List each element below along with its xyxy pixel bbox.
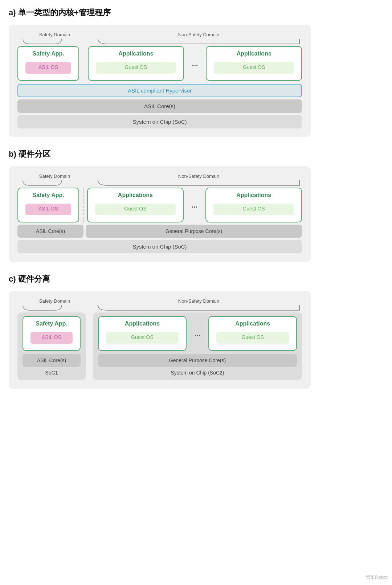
guest-os-label-a-2: Guest OS xyxy=(214,62,294,74)
domain-divider-b xyxy=(83,188,83,222)
non-safety-domain-label-c: Non-Safety Domain xyxy=(178,298,219,304)
applications-label-b-2: Applications xyxy=(206,188,301,202)
guest-os-label-a-1: Guest OS xyxy=(96,62,176,74)
dots-c: ... xyxy=(190,330,205,338)
gp-core-bar-b: General Purpose Core(s) xyxy=(86,225,302,238)
applications-label-c-2: Applications xyxy=(209,317,296,331)
safety-app-label-b: Safety App. xyxy=(18,188,78,202)
safety-app-box-c: Safety App. ASIL OS xyxy=(23,316,81,351)
guest-os-label-c-1: Guest OS xyxy=(106,332,179,344)
dots-a: ... xyxy=(188,60,203,68)
applications-label-a-2: Applications xyxy=(207,47,301,61)
non-safety-domain-label-b: Non-Safety Domain xyxy=(178,173,219,179)
soc1-box: Safety App. ASIL OS ASIL Core(s) SoC1 xyxy=(17,312,86,380)
applications-label-b-1: Applications xyxy=(88,188,183,202)
non-safety-brace-c xyxy=(95,304,302,311)
safety-app-label-c: Safety App. xyxy=(23,317,80,331)
diagram-b: Safety Domain Non-Safety Domain Safety A… xyxy=(9,166,311,262)
guest-os-label-c-2: Guest OS xyxy=(216,332,289,344)
safety-brace-c xyxy=(21,304,88,311)
applications-label-c-1: Applications xyxy=(99,317,186,331)
soc2-box: Applications Guest OS ... Applications G… xyxy=(93,312,302,380)
safety-app-label-a: Safety App. xyxy=(18,47,78,61)
section-b: b) 硬件分区 Safety Domain Non-Safety Domain xyxy=(9,149,311,262)
section-c-title: c) 硬件分离 xyxy=(9,274,311,285)
soc-bar-a: System on Chip (SoC) xyxy=(17,115,302,128)
non-safety-brace-a xyxy=(95,38,302,45)
gp-core-bar-c: General Purpose Core(s) xyxy=(98,354,297,367)
app-box-b-2: Applications Guest OS xyxy=(205,188,302,222)
guest-os-label-b-2: Guest OS xyxy=(213,204,294,215)
asil-core-bar-c: ASIL Core(s) xyxy=(23,354,81,367)
soc-bar-b: System on Chip (SoC) xyxy=(17,240,302,253)
soc2-label: System on Chip (SoC2) xyxy=(98,367,297,376)
guest-os-label-b-1: Guest OS xyxy=(95,204,176,215)
section-b-title: b) 硬件分区 xyxy=(9,149,311,160)
app-box-a-2: Applications Guest OS xyxy=(206,46,302,81)
section-c: c) 硬件分离 Safety Domain Non-Safety Domain xyxy=(9,274,311,389)
safety-app-box-a: Safety App. ASIL OS xyxy=(17,46,79,81)
app-box-c-1: Applications Guest OS xyxy=(98,316,187,351)
section-a: a) 单一类型的内核+管理程序 Safety Domain Non-Safety… xyxy=(9,7,311,137)
asil-os-label-a: ASIL OS xyxy=(25,62,71,74)
safety-brace-b xyxy=(21,180,88,186)
section-a-title: a) 单一类型的内核+管理程序 xyxy=(9,7,311,18)
non-safety-brace-b xyxy=(95,180,302,186)
safety-domain-label-b: Safety Domain xyxy=(39,173,70,179)
core-bar-a: ASIL Core(s) xyxy=(17,99,302,113)
safety-brace-a xyxy=(21,38,88,45)
app-box-a-1: Applications Guest OS xyxy=(88,46,184,81)
hypervisor-bar-a: ASIL compliant Hypervisor xyxy=(17,84,302,97)
safety-app-box-b: Safety App. ASIL OS xyxy=(17,188,79,222)
diagram-c: Safety Domain Non-Safety Domain Safety A… xyxy=(9,291,311,389)
safety-domain-label-a: Safety Domain xyxy=(39,32,70,37)
asil-os-label-b: ASIL OS xyxy=(25,204,71,215)
diagram-a: Safety Domain Non-Safety Domain Safety A… xyxy=(9,25,311,137)
non-safety-domain-label-a: Non-Safety Domain xyxy=(178,32,219,37)
soc1-label: SoC1 xyxy=(23,367,81,376)
app-box-b-1: Applications Guest OS xyxy=(87,188,184,222)
safety-domain-label-c: Safety Domain xyxy=(39,298,70,304)
applications-label-a-1: Applications xyxy=(89,47,183,61)
dual-core-row-b: ASIL Core(s) General Purpose Core(s) xyxy=(17,225,302,238)
app-box-c-2: Applications Guest OS xyxy=(208,316,297,351)
asil-core-bar-b: ASIL Core(s) xyxy=(17,225,83,238)
asil-os-label-c: ASIL OS xyxy=(30,332,73,344)
dots-b: ... xyxy=(187,201,202,209)
